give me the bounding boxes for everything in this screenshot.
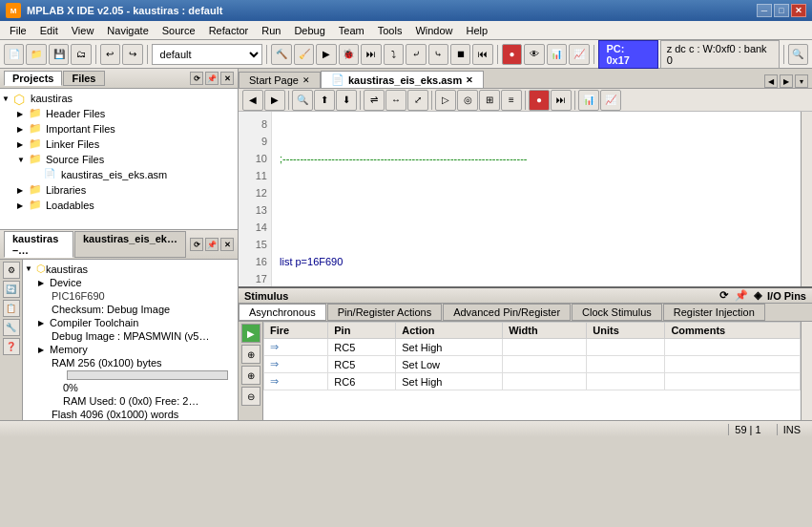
stimulus-table[interactable]: Fire Pin Action Width Units Comments ⇒ (263, 322, 801, 420)
pin-icon[interactable]: 📌 (205, 72, 219, 85)
tab-async[interactable]: Asynchronous (239, 304, 326, 321)
ed-forward-button[interactable]: ▶ (264, 90, 285, 111)
db-tree-device[interactable]: ▶ Device (25, 276, 236, 289)
sync-icon[interactable]: ⟳ (190, 72, 203, 85)
code-editor[interactable]: 8 9 10 11 12 13 14 15 16 17 18 ;--------… (239, 112, 812, 286)
menu-file[interactable]: File (4, 23, 32, 38)
row1-fire[interactable]: ⇒ (264, 339, 328, 356)
row3-fire[interactable]: ⇒ (264, 373, 328, 390)
panel-tabs[interactable]: Projects Files (4, 71, 105, 86)
breakpoint-button[interactable]: ● (502, 44, 522, 65)
tab-pin-reg[interactable]: Pin/Register Actions (327, 304, 442, 321)
projects-tab[interactable]: Projects (4, 71, 62, 86)
menu-refactor[interactable]: Refactor (203, 23, 255, 38)
ed-chart-btn2[interactable]: 📈 (600, 90, 621, 111)
db-tree-flash[interactable]: Flash 4096 (0x1000) words (25, 408, 236, 420)
ed-toggle-btn2[interactable]: ↔ (385, 90, 406, 111)
db-icon-1[interactable]: ⚙ (3, 262, 20, 279)
save-button[interactable]: 💾 (49, 44, 69, 65)
maximize-button[interactable]: □ (774, 4, 789, 17)
open-button[interactable]: 📁 (26, 44, 46, 65)
db-icon-4[interactable]: 🔧 (3, 319, 20, 336)
ed-find-button[interactable]: 🔍 (292, 90, 313, 111)
ed-action-btn2[interactable]: ◎ (457, 90, 478, 111)
graph-button[interactable]: 📈 (569, 44, 589, 65)
menu-team[interactable]: Team (333, 23, 370, 38)
db-close-icon[interactable]: ✕ (220, 238, 234, 251)
db-tree-pic[interactable]: PIC16F690 (25, 289, 236, 303)
menu-debug[interactable]: Debug (288, 23, 330, 38)
db-tree-kaustiras[interactable]: ▼ ⬡ kaustiras (25, 262, 236, 276)
db-tree-toolchain[interactable]: ▶ Compiler Toolchain (25, 316, 236, 329)
dashboard-tab-2[interactable]: kaustiras_eis_ek… (74, 231, 186, 258)
ed-find-prev[interactable]: ⬆ (314, 90, 335, 111)
debug-button[interactable]: 🐞 (339, 44, 359, 65)
ed-run-btn[interactable]: ● (529, 90, 550, 111)
db-icon-2[interactable]: 🔄 (3, 281, 20, 298)
dashboard-tab-1[interactable]: kaustiras –… (4, 231, 73, 258)
halt-button[interactable]: ⏹ (450, 44, 470, 65)
window-controls[interactable]: ─ □ ✕ (757, 4, 806, 17)
tab-reg-inj[interactable]: Register Injection (663, 304, 765, 321)
db-icon-5[interactable]: ❓ (3, 338, 20, 355)
ed-run-btn2[interactable]: ⏭ (551, 90, 572, 111)
ed-action-btn3[interactable]: ⊞ (479, 90, 500, 111)
table-row[interactable]: ⇒ RC5 Set High (264, 339, 801, 356)
sync-stim-icon[interactable]: ⟳ (719, 289, 728, 301)
minimize-button[interactable]: ─ (757, 4, 772, 17)
redo-button[interactable]: ↪ (122, 44, 142, 65)
tab-start-page[interactable]: Start Page ✕ (239, 72, 321, 88)
close-panel-icon[interactable]: ✕ (220, 72, 234, 85)
tab-scroll-right[interactable]: ▶ (780, 74, 793, 88)
stimulus-scrollbar-v[interactable] (801, 322, 812, 420)
db-tree-memory[interactable]: ▶ Memory (25, 343, 236, 356)
tree-item-important-files[interactable]: ▶ 📁 Important Files (2, 121, 236, 137)
watch-button[interactable]: 👁 (524, 44, 544, 65)
menu-view[interactable]: View (66, 23, 100, 38)
step-into-button[interactable]: ⤶ (406, 44, 426, 65)
code-content[interactable]: ;---------------------------------------… (272, 112, 801, 286)
menu-edit[interactable]: Edit (34, 23, 64, 38)
new-button[interactable]: 📄 (4, 44, 24, 65)
menu-run[interactable]: Run (256, 23, 286, 38)
stim-play-btn[interactable]: ▶ (241, 324, 260, 343)
tree-item-source-files[interactable]: ▼ 📁 Source Files (2, 152, 236, 167)
build-button[interactable]: 🔨 (271, 44, 291, 65)
chart-button[interactable]: 📊 (547, 44, 567, 65)
table-row[interactable]: ⇒ RC6 Set High (264, 373, 801, 390)
project-tree[interactable]: ▼ ⬡ kaustiras ▶ 📁 Header Files ▶ 📁 Impor… (0, 89, 238, 229)
tree-item-header-files[interactable]: ▶ 📁 Header Files (2, 106, 236, 121)
tree-item-asm-file[interactable]: 📄 kaustiras_eis_eks.asm (2, 167, 236, 182)
run-button[interactable]: ▶ (316, 44, 336, 65)
db-pin-icon[interactable]: 📌 (205, 238, 219, 251)
ed-action-btn1[interactable]: ▷ (435, 90, 456, 111)
stim-del-btn[interactable]: ⊖ (241, 387, 260, 406)
menu-help[interactable]: Help (461, 23, 494, 38)
tab-adv-pin[interactable]: Advanced Pin/Register (443, 304, 571, 321)
tree-item-kaustiras[interactable]: ▼ ⬡ kaustiras (2, 91, 236, 106)
reset-button[interactable]: ⏮ (472, 44, 492, 65)
tab-asm-close[interactable]: ✕ (466, 75, 473, 85)
db-icon-3[interactable]: 📋 (3, 300, 20, 317)
clean-button[interactable]: 🧹 (294, 44, 314, 65)
dashboard-tree[interactable]: ▼ ⬡ kaustiras ▶ Device PIC16F690 (23, 260, 238, 420)
search-button[interactable]: 🔍 (788, 44, 808, 65)
dashboard-tabs[interactable]: kaustiras –… kaustiras_eis_ek… (4, 231, 186, 258)
editor-scrollbar-v[interactable] (801, 112, 812, 286)
ed-back-button[interactable]: ◀ (242, 90, 263, 111)
tab-start-page-close[interactable]: ✕ (302, 75, 310, 85)
tab-scroll-left[interactable]: ◀ (764, 74, 778, 88)
undo-button[interactable]: ↩ (100, 44, 120, 65)
config-dropdown[interactable]: default (152, 44, 263, 65)
row2-fire[interactable]: ⇒ (264, 356, 328, 373)
menu-source[interactable]: Source (156, 23, 201, 38)
files-tab[interactable]: Files (63, 71, 104, 86)
db-tree-ram[interactable]: RAM 256 (0x100) bytes (25, 356, 236, 369)
tree-item-loadables[interactable]: ▶ 📁 Loadables (2, 198, 236, 213)
pin-stim-icon[interactable]: 📌 (735, 289, 748, 301)
step-button[interactable]: ⏭ (361, 44, 381, 65)
menu-window[interactable]: Window (409, 23, 458, 38)
db-sync-icon[interactable]: ⟳ (190, 238, 203, 251)
ed-chart-btn1[interactable]: 📊 (578, 90, 599, 111)
tab-asm-file[interactable]: 📄 kaustiras_eis_eks.asm ✕ (321, 71, 484, 88)
